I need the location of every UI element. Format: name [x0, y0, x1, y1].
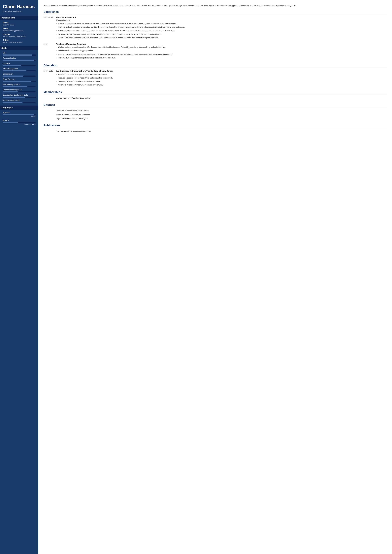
skill-bar-bg — [3, 81, 35, 82]
skill-item: Database Management — [3, 89, 35, 92]
skill-bar-fill — [3, 86, 28, 87]
contact-label: LinkedIn — [3, 33, 35, 35]
skill-bar-fill — [3, 76, 23, 77]
skill-bar-fill — [3, 70, 27, 71]
experience-entry: 2013Freelance Executive AssistantWorked … — [43, 43, 387, 60]
language-item: FrenchConversational — [3, 119, 35, 126]
sidebar-name: Clarie Haradas — [3, 4, 35, 9]
exp-job-title: Freelance Executive Assistant — [56, 43, 387, 45]
skill-name: Communication — [3, 57, 35, 59]
skill-name: Coordinating Conference Calls — [3, 94, 35, 96]
skill-bar-bg — [3, 102, 35, 103]
edu-content: BA, Business Administration, The College… — [56, 70, 387, 87]
skill-bar-bg — [3, 65, 35, 66]
skill-name: Email Systems — [3, 78, 35, 80]
contact-value: 862-208-2592 — [3, 24, 35, 26]
skill-bar-fill — [3, 60, 34, 61]
skill-name: Time Management — [3, 68, 35, 70]
experience-entry: 2013 - 2018Executive AssistantISN Lipman… — [43, 16, 387, 40]
education-entry: 2010 - 2013BA, Business Administration, … — [43, 70, 387, 87]
experience-entries: 2013 - 2018Executive AssistantISN Lipman… — [43, 16, 387, 60]
language-bar — [3, 114, 35, 115]
language-level: Conversational — [3, 124, 35, 126]
skill-name: Logistics — [3, 62, 35, 64]
education-section: Education 2010 - 2013BA, Business Admini… — [43, 64, 387, 87]
skill-item: Coordinating Conference Calls — [3, 94, 35, 98]
edu-bullet: Pursued a passion for business ethics an… — [58, 76, 387, 79]
language-bar — [3, 122, 35, 123]
skill-bar-fill — [3, 97, 25, 98]
education-title: Education — [43, 64, 387, 68]
skill-bar-bg — [3, 91, 35, 92]
language-name: French — [3, 119, 35, 121]
exp-content: Freelance Executive AssistantWorked as t… — [56, 43, 387, 60]
skill-item: Time Management — [3, 68, 35, 71]
personal-info-section-title: Personal Info — [0, 16, 38, 20]
skill-bar-bg — [3, 97, 35, 98]
language-item: SpanishFluent — [3, 111, 35, 118]
main-content: Resourceful Executive Assistant with 5+ … — [38, 0, 392, 554]
exp-job-title: Executive Assistant — [56, 16, 387, 19]
summary: Resourceful Executive Assistant with 5+ … — [43, 4, 387, 7]
course-text: Organizational Behavior, IIT Kharagpur — [56, 117, 88, 120]
exp-dates: 2013 - 2018 — [43, 16, 54, 40]
contact-item: LinkedInlinkedin.com/in/clarieharadas — [3, 33, 35, 38]
membership-item: Member, Executive Assistant Organization — [43, 96, 387, 99]
course-item: Global Business in Practice, UC Berkeley — [43, 113, 387, 116]
exp-bullet: Handled top executive assistant duties f… — [58, 22, 387, 25]
skill-bar-bg — [3, 60, 35, 61]
contact-value: linkedin.com/in/clarieharadas — [3, 35, 35, 38]
publications-items: How Details Kill, The Counterintuitive C… — [43, 130, 387, 133]
skill-name: File-Sharing Systems — [3, 83, 35, 85]
memberships-title: Memberships — [43, 91, 387, 94]
experience-title: Experience — [43, 10, 387, 14]
skill-bar-bg — [3, 76, 35, 77]
courses-section: Courses Effective Business Writing, UC B… — [43, 103, 387, 120]
contact-value: clarieharadas@gmail.com — [3, 30, 35, 32]
skill-name: Compassion — [3, 73, 35, 75]
skills-items: EQCommunicationLogisticsTime ManagementC… — [3, 52, 35, 103]
exp-company: ISN Lipmann, Inc. — [56, 19, 387, 21]
course-item: Effective Business Writing, UC Berkeley — [43, 109, 387, 112]
skill-bar-fill — [3, 65, 21, 66]
contact-item: Phone862-208-2592 — [3, 21, 35, 26]
memberships-items: Member, Executive Assistant Organization — [43, 96, 387, 99]
exp-bullet: Coordinated travel arrangements both dom… — [58, 36, 387, 39]
skill-item: EQ — [3, 52, 35, 56]
education-entries: 2010 - 2013BA, Business Administration, … — [43, 70, 387, 87]
exp-bullet: Aided executives with meeting preparatio… — [58, 49, 387, 52]
personal-info-items: Phone862-208-2592E-mailclarieharadas@gma… — [3, 21, 35, 43]
skill-bar-fill — [3, 91, 18, 92]
course-text: Global Business in Practice, UC Berkeley — [56, 113, 90, 116]
exp-bullets: Handled top executive assistant duties f… — [56, 22, 387, 39]
courses-title: Courses — [43, 103, 387, 107]
contact-label: Twitter — [3, 39, 35, 41]
contact-item: E-mailclarieharadas@gmail.com — [3, 27, 35, 32]
skill-bar-bg — [3, 70, 35, 71]
skill-item: File-Sharing Systems — [3, 83, 35, 87]
contact-label: Phone — [3, 21, 35, 24]
exp-bullets: Worked as temp executive assistant for 4… — [56, 46, 387, 59]
language-name: Spanish — [3, 111, 35, 113]
edu-bullet: Excelled in financial management and bus… — [58, 73, 387, 76]
sidebar: Clarie Haradas Executive Assistant Perso… — [0, 0, 38, 554]
skill-bar-fill — [3, 55, 32, 56]
skill-item: Logistics — [3, 62, 35, 66]
exp-bullet: Worked as temp executive assistant for 4… — [58, 46, 387, 49]
skill-name: EQ — [3, 52, 35, 54]
skill-item: Communication — [3, 57, 35, 61]
publications-section: Publications How Details Kill, The Count… — [43, 124, 387, 133]
languages-section-title: Languages — [0, 105, 38, 110]
exp-dates: 2013 — [43, 43, 54, 60]
skill-name: Database Management — [3, 89, 35, 91]
contact-value: twitter.com/clarieharadas — [3, 41, 35, 43]
skills-section-title: Skills — [0, 46, 38, 50]
skill-bar-fill — [3, 102, 22, 103]
edu-bullets: Excelled in financial management and bus… — [56, 73, 387, 86]
skill-name: Travel Arrangements — [3, 99, 35, 101]
edu-degree: BA, Business Administration, The College… — [56, 70, 387, 72]
language-bar-fill — [3, 122, 18, 123]
courses-items: Effective Business Writing, UC BerkeleyG… — [43, 109, 387, 120]
contact-label: E-mail — [3, 27, 35, 29]
skill-bar-bg — [3, 86, 35, 87]
